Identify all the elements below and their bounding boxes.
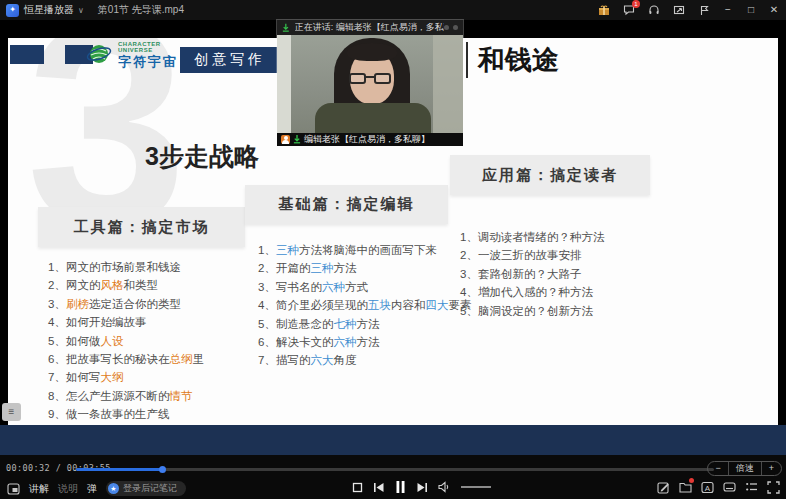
list-item: 3、刷榜选定适合你的类型 — [48, 295, 204, 313]
background-door — [277, 35, 291, 133]
transport-controls — [352, 479, 491, 495]
section-header-tools: 工具篇：搞定市场 — [38, 207, 245, 247]
logo-cn: 字符宇宙 — [118, 55, 178, 68]
list-item: 6、解决卡文的六种方法 — [258, 333, 471, 351]
mic-active-icon — [282, 23, 290, 33]
list-item: 1、三种方法将脑海中的画面写下来 — [258, 241, 471, 259]
webcam-name-bar: 编辑老张【红点易消，多私聊】 — [277, 133, 463, 146]
speed-control: − 倍速 + — [707, 461, 782, 476]
app-name[interactable]: 恒星播放器 — [24, 3, 74, 17]
title-clipped-stroke — [466, 42, 468, 78]
folder-alert-dot — [689, 478, 694, 483]
publisher-logo-text: CHARACTER UNIVERSE 字符宇宙 — [118, 41, 178, 68]
list-item: 3、套路创新的？大路子 — [460, 265, 604, 283]
audio-track-icon[interactable] — [722, 480, 736, 494]
progress-fill — [76, 468, 163, 471]
player-controls: 00:00:32 / 00:03:55 − 倍速 + 讲解 说明 弹 ★ 登录后… — [0, 455, 786, 499]
info-button[interactable]: 说明 — [58, 482, 78, 496]
list-item: 1、网文的市场前景和钱途 — [48, 258, 204, 276]
video-area[interactable]: 3 CHARACTER UNIVERSE 字符宇宙 创意写作 和钱途 3步走战略… — [0, 20, 786, 455]
close-button[interactable]: ✕ — [768, 5, 780, 15]
section-header-basics: 基础篇：搞定编辑 — [245, 185, 448, 224]
mic-level-icon — [293, 135, 301, 144]
presenter-bangs — [347, 43, 397, 61]
list-item: 2、开篇的三种方法 — [258, 259, 471, 277]
danmu-button[interactable]: 弹 — [87, 482, 97, 496]
publisher-logo-icon — [86, 39, 112, 73]
presenter-name: 编辑老张【红点易消，多私聊】 — [304, 133, 430, 146]
speaking-banner: 正在讲话: 编辑老张【红点易消，多私聊】； — [277, 20, 463, 35]
presenter-glasses-bridge — [366, 76, 374, 78]
side-menu-button[interactable]: ≡ — [2, 403, 21, 421]
list-item: 5、脑洞设定的？创新方法 — [460, 302, 604, 320]
speed-label[interactable]: 倍速 — [729, 462, 761, 475]
speaker-dots — [444, 25, 458, 30]
list-item: 9、做一条故事的生产线 — [48, 405, 204, 423]
speed-increase-button[interactable]: + — [762, 462, 781, 475]
volume-icon[interactable] — [438, 481, 451, 493]
headset-icon[interactable] — [647, 3, 661, 17]
tools-list: 1、网文的市场前景和钱途2、网文的风格和类型3、刷榜选定适合你的类型4、如何开始… — [48, 258, 204, 424]
progress-knob[interactable] — [159, 466, 166, 473]
progress-bar[interactable] — [76, 468, 714, 471]
subtitle-icon[interactable]: A — [700, 480, 714, 494]
webcam-video — [277, 35, 463, 133]
presenter-shoulders — [315, 103, 431, 133]
titlebar: ✦ 恒星播放器 ∨ 第01节 先导课.mp4 1 − □ ✕ — [0, 0, 786, 20]
previous-button[interactable] — [373, 482, 385, 493]
application-list: 1、调动读者情绪的？种方法2、一波三折的故事安排3、套路创新的？大路子4、增加代… — [460, 228, 604, 320]
svg-text:A: A — [704, 483, 710, 492]
stop-button[interactable] — [352, 482, 363, 493]
messages-icon[interactable]: 1 — [622, 3, 636, 17]
list-item: 4、如何开始编故事 — [48, 313, 204, 331]
list-item: 2、网文的风格和类型 — [48, 276, 204, 294]
volume-slider[interactable] — [461, 486, 491, 488]
deco-square — [10, 45, 44, 64]
feedback-flag-icon[interactable] — [697, 3, 711, 17]
list-item: 8、怎么产生源源不断的情节 — [48, 387, 204, 405]
left-toolbar: 讲解 说明 弹 ★ 登录后记笔记 — [6, 481, 186, 496]
logo-en-2: UNIVERSE — [118, 47, 178, 53]
fullscreen-icon[interactable] — [766, 480, 780, 494]
media-filename: 第01节 先导课.mp4 — [98, 3, 184, 17]
list-item: 7、如何写大纲 — [48, 368, 204, 386]
folder-icon[interactable] — [678, 480, 692, 494]
minimize-button[interactable]: − — [722, 5, 734, 15]
message-badge: 1 — [632, 0, 640, 8]
right-toolbar: A — [656, 480, 780, 494]
chevron-down-icon[interactable]: ∨ — [78, 6, 84, 15]
speed-decrease-button[interactable]: − — [708, 462, 727, 475]
maximize-button[interactable]: □ — [745, 5, 757, 15]
list-item: 1、调动读者情绪的？种方法 — [460, 228, 604, 246]
app-logo-icon: ✦ — [6, 4, 19, 17]
titlebar-actions: 1 − □ ✕ — [597, 3, 780, 17]
explain-button[interactable]: 讲解 — [29, 482, 49, 496]
section-header-application: 应用篇：搞定读者 — [450, 155, 650, 195]
pause-button[interactable] — [395, 480, 406, 494]
list-item: 2、一波三折的故事安排 — [460, 246, 604, 264]
list-item: 6、把故事写长的秘诀在总纲里 — [48, 350, 204, 368]
next-button[interactable] — [416, 482, 428, 493]
screencast-icon[interactable] — [672, 3, 686, 17]
login-notes-button[interactable]: ★ 登录后记笔记 — [106, 481, 186, 496]
notes-edit-icon[interactable] — [656, 480, 670, 494]
list-item: 4、增加代入感的？种方法 — [460, 283, 604, 301]
presenter-glasses — [349, 73, 366, 84]
basics-list: 1、三种方法将脑海中的画面写下来2、开篇的三种方法3、写书名的六种方式4、简介里… — [258, 241, 471, 370]
course-badge: 创意写作 — [180, 47, 280, 73]
list-item: 7、描写的六大角度 — [258, 351, 471, 369]
player-window: ✦ 恒星播放器 ∨ 第01节 先导课.mp4 1 − □ ✕ — [0, 0, 786, 499]
gift-icon[interactable] — [597, 3, 611, 17]
person-icon — [281, 135, 290, 144]
slide-footer-band — [0, 425, 786, 455]
mini-mode-icon[interactable] — [6, 482, 20, 496]
list-item: 4、简介里必须呈现的五块内容和四大要素 — [258, 296, 471, 314]
webcam-overlay[interactable]: 正在讲话: 编辑老张【红点易消，多私聊】； 编辑老张【红点易消，多私聊】 — [277, 20, 463, 146]
app-badge-icon: ★ — [108, 483, 119, 494]
presenter-glasses — [374, 73, 391, 84]
speaking-text: 正在讲话: 编辑老张【红点易消，多私聊】； — [295, 21, 444, 34]
playlist-icon[interactable] — [744, 480, 758, 494]
list-item: 5、如何做人设 — [48, 332, 204, 350]
slide-title-fragment: 和钱途 — [478, 42, 559, 78]
strategy-title: 3步走战略 — [145, 140, 259, 173]
